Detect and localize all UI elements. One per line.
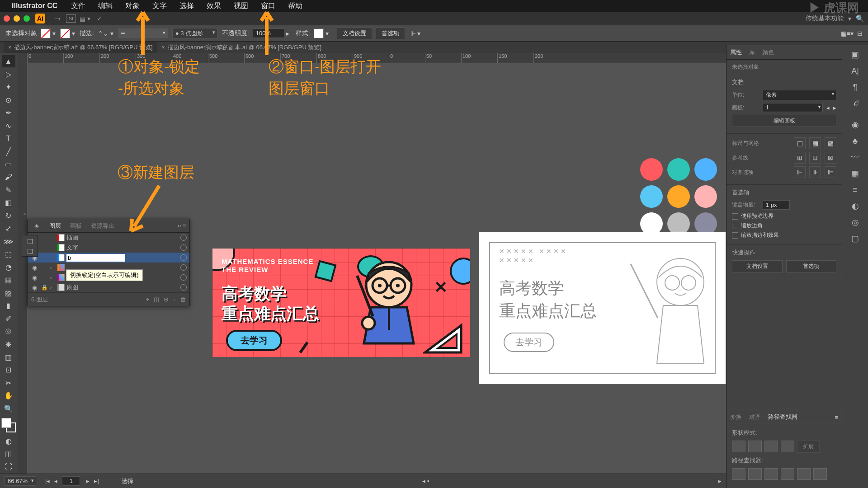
close-window[interactable] [4,15,10,22]
align-key-icon[interactable]: ⊩ [794,166,806,178]
zoom-tool[interactable]: 🔍 [2,403,15,415]
key-increment-input[interactable]: 1 px [763,200,790,210]
layers-tab[interactable]: 图层 [45,222,66,230]
transparency-icon[interactable]: ◎ [849,216,861,228]
sketch-artboard[interactable]: ✕✕✕✕✕ ✕✕✕✕ ✕✕✕✕✕ 高考数学 重点难点汇总 去学习 [479,232,726,384]
expand-icon[interactable]: › [50,285,56,290]
palette-swatch[interactable] [640,185,663,208]
next-artboard-icon[interactable]: ▸ [833,104,836,111]
opentype-icon[interactable]: 𝒪 [849,98,861,109]
visibility-toggle[interactable]: ◉ [30,274,38,281]
swatches-icon[interactable]: ▦ [849,168,861,179]
grid-icon[interactable]: ▦ [809,137,821,149]
mesh-tool[interactable]: ▨ [2,286,15,299]
expand-button[interactable]: 扩展 [797,441,820,453]
lasso-tool[interactable]: ⊙ [2,94,15,106]
palette-swatch[interactable] [667,185,690,208]
layer-row[interactable]: ◉文字 [28,243,189,253]
layer-name-input[interactable] [66,254,125,262]
preview-bounds-checkbox[interactable] [732,213,738,220]
menu-file[interactable]: 文件 [71,1,85,11]
palette-swatch[interactable] [640,212,663,235]
perspective-tool[interactable]: ▦ [2,274,15,286]
target-icon[interactable] [180,264,187,271]
exclude-icon[interactable] [781,441,794,452]
scroll-right-icon[interactable]: ▸ [718,478,722,484]
quick-prefs-button[interactable]: 首选项 [786,260,837,272]
menu-select[interactable]: 选择 [179,1,194,11]
scale-tool[interactable]: ⤢ [2,222,15,235]
blend-tool[interactable]: ⦾ [2,325,15,338]
palette-swatch[interactable] [694,212,717,235]
palette-swatch[interactable] [694,158,717,181]
align-icon[interactable]: ⊩ ▾ [410,30,421,37]
target-icon[interactable] [180,235,187,241]
transparency-grid-icon[interactable]: ▩ [825,137,836,149]
target-icon[interactable] [180,254,187,261]
divide-icon[interactable] [732,468,745,480]
nav-next-icon[interactable]: ▸ [86,478,90,484]
align-tab[interactable]: 对齐 [749,413,761,421]
artboard-tool[interactable]: ⊡ [2,364,15,376]
eraser-tool[interactable]: ◧ [2,197,15,209]
brushes-icon[interactable]: 〰 [849,151,861,163]
panel-collapse-icon[interactable]: ‹‹ ≡ [178,223,186,229]
pen-tool[interactable]: ✒ [2,107,15,119]
menu-object[interactable]: 对象 [125,1,140,11]
clip-mask-icon[interactable]: ◫ [154,296,159,303]
stroke-icon[interactable]: ≡ [849,184,861,196]
panel-close-icon[interactable]: × [23,211,26,217]
artboards-tab[interactable]: 画板 [66,222,86,230]
edit-artboard-button[interactable]: 编辑画板 [732,115,836,127]
fill-stroke-swatch[interactable] [1,418,16,432]
asset-export-tab[interactable]: 资源导出 [86,222,119,230]
layer-row[interactable]: ◉ [28,253,189,263]
graph-tool[interactable]: ▥ [2,351,15,363]
gradient-icon[interactable]: ◐ [849,200,861,212]
align-selection-icon[interactable]: ⊫ [825,166,836,178]
scale-corners-checkbox[interactable] [732,223,738,229]
menu-help[interactable]: 帮助 [288,1,302,11]
magic-wand-tool[interactable]: ✦ [2,81,15,93]
libraries-tab[interactable]: 库 [749,48,755,56]
target-icon[interactable] [180,244,187,251]
ctrl-collapse-icon[interactable]: ⊟ [857,30,863,37]
close-tab-icon[interactable]: × [8,44,11,51]
visibility-toggle[interactable]: ◉ [30,264,38,271]
menu-view[interactable]: 视图 [234,1,248,11]
nav-last-icon[interactable]: ▸| [94,478,99,484]
outline-icon[interactable] [797,468,811,480]
gpu-icon[interactable]: ✓ [94,13,105,24]
properties-tab[interactable]: 属性 [730,48,742,56]
target-icon[interactable] [180,274,187,281]
stroke-weight-stepper[interactable]: ⌃⌄ ▾ [98,30,113,37]
gradient-tool[interactable]: ▮ [2,300,15,312]
expand-icon[interactable]: › [50,275,56,280]
character-icon[interactable]: A| [849,65,861,77]
quick-docsetup-button[interactable]: 文档设置 [732,260,783,272]
layers-panel[interactable]: × ◈ 图层 画板 资源导出 ‹‹ ≡ ◉插画 ◉文字 ◉ ◉› ◉›配色 ◉🔒… [27,219,190,306]
new-sublayer-icon[interactable]: ⊕ [164,296,169,303]
layer-row[interactable]: ◉插画 [28,233,189,243]
unit-select[interactable]: 像素 [763,90,836,100]
close-tab-icon[interactable]: × [162,44,165,51]
zoom-level[interactable]: 66.67% [5,476,36,486]
unite-icon[interactable] [732,441,745,452]
draw-mode-icon[interactable]: ◫ [2,448,15,460]
shaper-tool[interactable]: ✎ [2,184,15,196]
minus-front-icon[interactable] [748,441,762,452]
rectangle-tool[interactable]: ▭ [2,158,15,170]
expand-icon[interactable]: › [50,265,56,270]
ruler-origin[interactable] [17,53,27,63]
layer-row[interactable]: ◉🔒›原图 [28,282,189,292]
menu-effect[interactable]: 效果 [207,1,221,11]
bridge-icon[interactable]: ▭ [52,13,62,24]
hand-tool[interactable]: ✋ [2,389,15,402]
width-tool[interactable]: ⋙ [2,235,15,248]
appearance-icon[interactable]: ◉ [849,119,861,131]
shape-builder-tool[interactable]: ◔ [2,261,15,273]
menu-edit[interactable]: 编辑 [98,1,113,11]
crop-icon[interactable] [781,468,794,480]
vertical-ruler[interactable] [17,63,27,474]
line-tool[interactable]: ╱ [2,145,15,157]
